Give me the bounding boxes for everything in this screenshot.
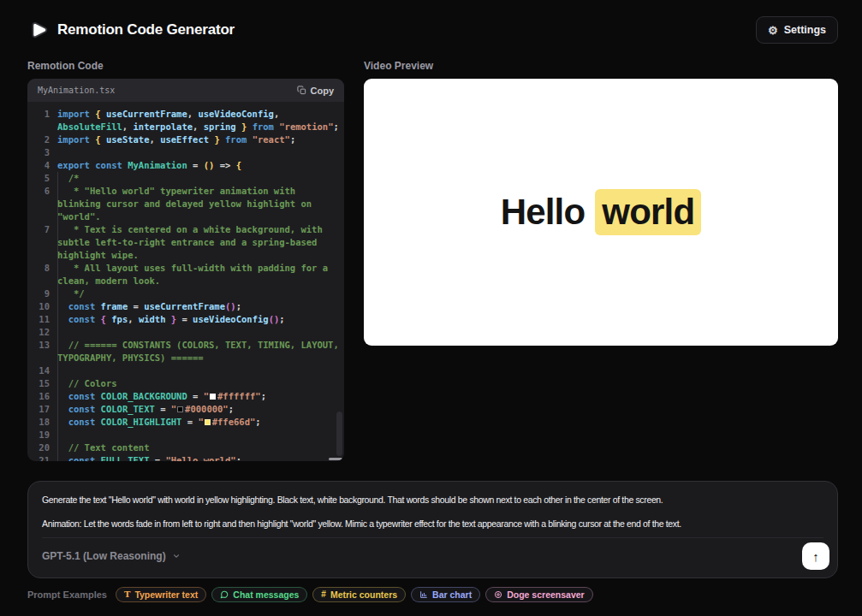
example-pill-label: Doge screensaver — [507, 589, 584, 600]
code-line-content — [57, 429, 344, 441]
prompt-divider — [42, 537, 823, 538]
code-line-content: * All layout uses full-width with paddin… — [57, 262, 344, 287]
vertical-scrollbar[interactable] — [336, 412, 342, 456]
code-line: 19 — [35, 429, 344, 441]
code-line: 2import { useState, useEffect } from "re… — [35, 133, 344, 146]
example-pill[interactable]: Chat messages — [211, 587, 307, 602]
prompt-paragraph-2: Animation: Let the words fade in from le… — [42, 517, 823, 530]
line-number: 14 — [35, 364, 50, 377]
code-line: 9 */ — [35, 287, 344, 300]
horizontal-scrollbar[interactable] — [329, 458, 342, 460]
code-line: 16 const COLOR_BACKGROUND = "#ffffff"; — [35, 390, 344, 403]
code-line-content — [57, 364, 344, 377]
highlighted-word: world — [595, 189, 701, 235]
arrow-up-icon: ↑ — [812, 549, 819, 564]
code-line-content: export const MyAnimation = () => { — [57, 159, 344, 172]
code-line-content: /* — [57, 172, 344, 185]
code-filename: MyAnimation.tsx — [38, 86, 115, 95]
line-number: 11 — [35, 313, 50, 326]
color-swatch-icon — [177, 406, 183, 412]
example-pill[interactable]: Doge screensaver — [485, 587, 592, 602]
send-button[interactable]: ↑ — [802, 542, 829, 570]
code-line: 5 /* — [35, 172, 344, 185]
code-line-content: const frame = useCurrentFrame(); — [57, 300, 344, 313]
line-number: 3 — [35, 146, 50, 159]
code-line-content: * "Hello world" typewriter animation wit… — [57, 185, 344, 223]
prompt-examples-label: Prompt Examples — [27, 589, 107, 600]
main-content: Remotion Code MyAnimation.tsx Copy — [27, 60, 838, 461]
prompt-input[interactable]: Generate the text "Hello world" with wor… — [28, 482, 837, 530]
code-line-content: // Colors — [57, 377, 344, 390]
code-line: 1import { useCurrentFrame, useVideoConfi… — [35, 108, 344, 133]
chevron-down-icon — [172, 552, 181, 560]
bar-chart-icon — [419, 590, 428, 599]
model-label: GPT-5.1 (Low Reasoning) — [42, 550, 166, 562]
line-number: 5 — [35, 172, 50, 185]
preview-section: Video Preview Hello world — [364, 60, 838, 461]
code-line-content: import { useState, useEffect } from "rea… — [57, 133, 344, 146]
code-editor-header: MyAnimation.tsx Copy — [27, 79, 344, 102]
code-line-content: import { useCurrentFrame, useVideoConfig… — [57, 108, 344, 133]
code-line: 18 const COLOR_HIGHLIGHT = "#ffe66d"; — [35, 416, 344, 429]
top-bar: Remotion Code Generator ⚙ Settings — [27, 14, 838, 46]
preview-word-hello: Hello — [501, 192, 586, 233]
example-pill-label: Bar chart — [432, 589, 472, 600]
code-line: 3 — [35, 146, 344, 159]
line-number: 21 — [35, 454, 50, 461]
code-editor: MyAnimation.tsx Copy 1import { useCurren… — [27, 79, 344, 461]
code-lines[interactable]: 1import { useCurrentFrame, useVideoConfi… — [27, 102, 344, 461]
code-line-content: // Text content — [57, 441, 344, 454]
line-number: 15 — [35, 377, 50, 390]
code-line-content: * Text is centered on a white background… — [57, 223, 344, 262]
line-number: 18 — [35, 416, 50, 429]
brand: Remotion Code Generator — [27, 19, 235, 41]
code-line: 4export const MyAnimation = () => { — [35, 159, 344, 172]
code-section: Remotion Code MyAnimation.tsx Copy — [27, 60, 344, 461]
line-number: 8 — [35, 262, 50, 287]
copy-icon — [297, 86, 306, 95]
example-pill[interactable]: TTypewriter text — [116, 587, 206, 602]
chat-icon — [220, 590, 229, 599]
example-pill[interactable]: Bar chart — [411, 587, 480, 602]
code-line-content: const COLOR_HIGHLIGHT = "#ffe66d"; — [57, 416, 344, 429]
line-number: 17 — [35, 403, 50, 416]
app-title: Remotion Code Generator — [57, 21, 235, 38]
prompt-box: Generate the text "Hello world" with wor… — [27, 481, 838, 578]
remotion-logo-icon — [27, 19, 50, 41]
line-number: 7 — [35, 223, 50, 262]
code-line-content: const COLOR_TEXT = "#000000"; — [57, 403, 344, 416]
example-pill[interactable]: #Metric counters — [312, 587, 406, 602]
hash-icon: # — [321, 590, 326, 599]
line-number: 13 — [35, 339, 50, 364]
copy-button[interactable]: Copy — [297, 86, 335, 96]
code-line-content: const { fps, width } = useVideoConfig(); — [57, 313, 344, 326]
prompt-paragraph-1: Generate the text "Hello world" with wor… — [42, 493, 823, 506]
code-line-content: */ — [57, 287, 344, 300]
code-line-content: const COLOR_BACKGROUND = "#ffffff"; — [57, 390, 344, 403]
code-line: 6 * "Hello world" typewriter animation w… — [35, 185, 344, 223]
line-number: 4 — [35, 159, 50, 172]
settings-label: Settings — [784, 24, 826, 36]
code-line: 10 const frame = useCurrentFrame(); — [35, 300, 344, 313]
line-number: 1 — [35, 108, 50, 133]
code-line: 11 const { fps, width } = useVideoConfig… — [35, 313, 344, 326]
example-pill-label: Typewriter text — [134, 589, 198, 600]
code-line: 20 // Text content — [35, 441, 344, 454]
code-line: 21 const FULL_TEXT = "Hello world"; — [35, 454, 344, 461]
line-number: 9 — [35, 287, 50, 300]
example-pills: TTypewriter textChat messages#Metric cou… — [116, 587, 593, 602]
model-selector[interactable]: GPT-5.1 (Low Reasoning) — [42, 550, 181, 562]
example-pill-label: Metric counters — [330, 589, 397, 600]
color-swatch-icon — [205, 419, 211, 425]
color-swatch-icon — [210, 394, 216, 400]
line-number: 2 — [35, 133, 50, 146]
code-line: 17 const COLOR_TEXT = "#000000"; — [35, 403, 344, 416]
line-number: 6 — [35, 185, 50, 223]
code-line: 14 — [35, 364, 344, 377]
video-preview: Hello world — [364, 79, 838, 346]
line-number: 16 — [35, 390, 50, 403]
code-line: 13 // ====== CONSTANTS (COLORS, TEXT, TI… — [35, 339, 344, 364]
code-line: 8 * All layout uses full-width with padd… — [35, 262, 344, 287]
code-line: 7 * Text is centered on a white backgrou… — [35, 223, 344, 262]
settings-button[interactable]: ⚙ Settings — [756, 16, 838, 44]
